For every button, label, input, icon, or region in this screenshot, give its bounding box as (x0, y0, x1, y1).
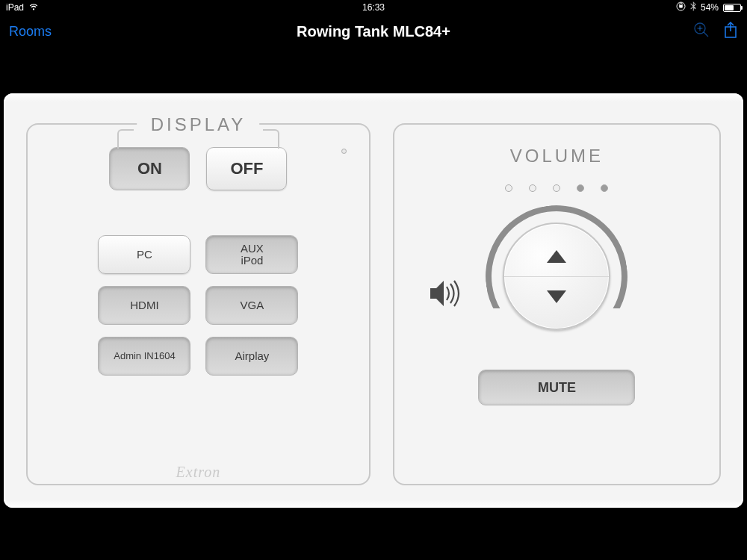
volume-led (577, 184, 584, 192)
volume-led (553, 184, 560, 192)
mute-button[interactable]: MUTE (478, 370, 635, 405)
speaker-icon (430, 278, 465, 312)
volume-legend: VOLUME (394, 146, 719, 167)
source-button-airplay[interactable]: Airplay (205, 337, 298, 376)
volume-knob[interactable] (486, 205, 627, 347)
decorative-bracket (263, 129, 279, 149)
source-button-pc[interactable]: PC (98, 235, 190, 274)
share-icon[interactable] (723, 21, 738, 42)
status-bar: iPad 16:33 54% (0, 0, 747, 15)
status-time: 16:33 (362, 2, 385, 13)
volume-down-icon (547, 290, 566, 303)
decorative-bracket (117, 129, 134, 149)
display-off-button[interactable]: OFF (206, 147, 287, 190)
svg-line-3 (704, 32, 708, 37)
search-icon[interactable] (693, 22, 710, 41)
svg-marker-8 (430, 281, 444, 306)
battery-pct: 54% (701, 2, 719, 13)
display-indicator-led (341, 149, 347, 154)
wifi-icon (28, 2, 39, 13)
volume-panel: VOLUME (393, 123, 721, 485)
svg-rect-1 (679, 5, 683, 8)
source-button-admin[interactable]: Admin IN1604 (98, 337, 190, 376)
source-button-vga[interactable]: VGA (205, 286, 298, 325)
source-button-hdmi[interactable]: HDMI (98, 286, 190, 325)
control-panel: DISPLAY ON OFF PC AUX iPod HDMI VGA Admi… (4, 93, 743, 508)
volume-led-row (394, 184, 719, 192)
volume-led (505, 184, 512, 192)
display-panel: DISPLAY ON OFF PC AUX iPod HDMI VGA Admi… (26, 123, 371, 485)
nav-bar: Rooms Rowing Tank MLC84+ (0, 15, 747, 48)
volume-up-icon (547, 250, 566, 263)
volume-led (529, 184, 536, 192)
volume-led (601, 184, 608, 192)
page-title: Rowing Tank MLC84+ (297, 23, 450, 40)
brand-label: Extron (176, 464, 221, 481)
display-on-button[interactable]: ON (109, 147, 190, 190)
source-button-aux[interactable]: AUX iPod (205, 235, 298, 274)
back-button[interactable]: Rooms (9, 24, 52, 40)
battery-icon (723, 4, 741, 12)
display-legend: DISPLAY (137, 114, 260, 135)
status-carrier: iPad (6, 2, 24, 13)
bluetooth-icon (690, 1, 696, 13)
source-grid: PC AUX iPod HDMI VGA Admin IN1604 Airpla… (28, 235, 369, 376)
orientation-lock-icon (676, 1, 686, 13)
